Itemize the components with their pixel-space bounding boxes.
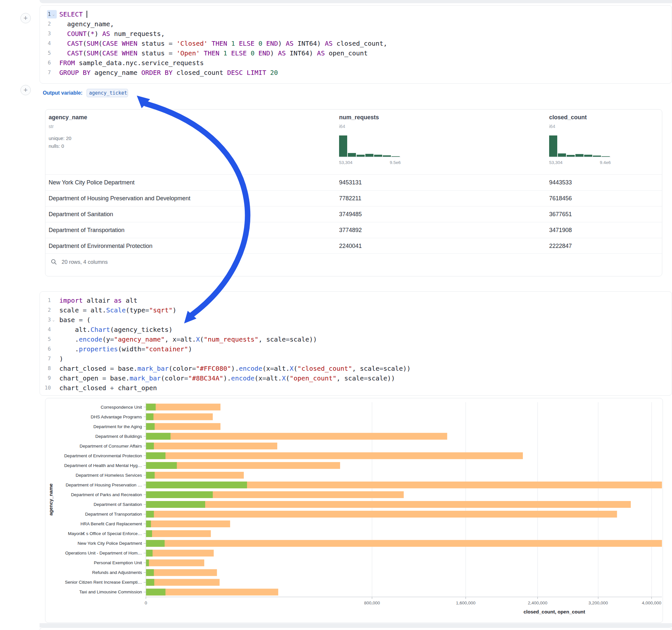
- line-number-gutter: 5: [42, 48, 57, 58]
- table-cell: Department of Environmental Protection: [49, 238, 152, 254]
- line-number: 9: [48, 373, 51, 383]
- line-number: 3: [48, 29, 51, 39]
- y-axis-category-label: Department of Homeless Services: [75, 473, 142, 478]
- line-number: 1: [48, 295, 51, 305]
- code-line[interactable]: 5 .encode(y="agency_name", x=alt.X("num_…: [42, 335, 672, 344]
- code-line[interactable]: 8chart_closed = base.mark_bar(color="#FF…: [42, 364, 672, 373]
- table-cell: 7782211: [339, 191, 361, 207]
- line-number-gutter: 6: [42, 58, 57, 68]
- text-cursor: [87, 11, 87, 18]
- y-axis-category-label: Operations Unit - Department of Hom…: [65, 551, 142, 555]
- bar-open-count: [146, 482, 247, 488]
- y-axis-category-label: Correspondence Unit: [100, 405, 142, 410]
- x-axis-title: closed_count, open_count: [524, 609, 585, 614]
- line-number: 3: [48, 315, 51, 325]
- y-axis-category-label: Department of Buildings: [95, 434, 142, 439]
- column-stat: unique: 20: [49, 136, 71, 141]
- bar-closed-count: [146, 579, 219, 586]
- code-line[interactable]: 7GROUP BY agency_name ORDER BY closed_co…: [42, 68, 672, 77]
- code-line[interactable]: 6 .properties(width="container"): [42, 344, 672, 354]
- line-number: 7: [48, 354, 51, 364]
- line-number: 6: [48, 344, 51, 354]
- table-row: Department of Housing Preservation and D…: [45, 190, 662, 206]
- bar-open-count: [146, 520, 151, 527]
- python-code-editor[interactable]: 1import altair as alt2scale = alt.Scale(…: [40, 291, 672, 396]
- code-line[interactable]: 9chart_open = base.mark_bar(color="#8BC3…: [42, 373, 672, 383]
- line-number-gutter: 1⌄: [42, 9, 57, 19]
- code-line[interactable]: 3⌄base = (: [42, 315, 672, 325]
- next-cell-gap: [40, 623, 672, 627]
- code-line[interactable]: 10chart_closed + chart_open: [42, 383, 672, 393]
- table-row: New York City Police Department945313194…: [45, 174, 662, 190]
- code-line[interactable]: 2 agency_name,: [42, 19, 672, 29]
- bar-closed-count: [146, 588, 278, 595]
- bar-open-count: [146, 433, 170, 440]
- table-cell: 3774892: [339, 222, 362, 238]
- column-header[interactable]: agency_name: [49, 114, 87, 121]
- y-axis-category-label: HRA Benefit Card Replacement: [80, 522, 142, 526]
- fold-chevron-icon[interactable]: ⌄: [51, 315, 56, 325]
- code-line[interactable]: 2scale = alt.Scale(type="sqrt"): [42, 305, 672, 315]
- code-line[interactable]: 3 COUNT(*) AS num_requests,: [42, 29, 672, 39]
- line-number-gutter: 1: [42, 295, 57, 305]
- column-header[interactable]: closed_count: [549, 114, 587, 121]
- column-header[interactable]: num_requests: [339, 114, 379, 121]
- line-number: 2: [48, 19, 51, 29]
- y-axis-category-label: Department of Consumer Affairs: [79, 444, 142, 449]
- line-number-gutter: 2: [42, 19, 57, 29]
- bar-open-count: [146, 443, 154, 450]
- table-cell: 2240041: [339, 238, 362, 254]
- bar-open-count: [146, 413, 153, 420]
- add-cell-button-top[interactable]: +: [20, 13, 31, 23]
- line-number-gutter: 8: [42, 364, 57, 373]
- line-number-gutter: 5: [42, 335, 57, 344]
- table-cell: 3749485: [339, 207, 362, 222]
- table-cell: New York City Police Department: [49, 175, 135, 191]
- fold-chevron-icon[interactable]: ⌄: [51, 9, 56, 19]
- svg-text:53,304: 53,304: [339, 160, 353, 165]
- y-axis-category-label: DHS Advantage Programs: [91, 414, 142, 419]
- search-icon[interactable]: [51, 259, 57, 265]
- line-number-gutter: 3⌄: [42, 315, 57, 325]
- svg-text:9.5e6: 9.5e6: [390, 160, 401, 165]
- code-line[interactable]: 4 alt.Chart(agency_tickets): [42, 325, 672, 335]
- table-row: Department of Transportation377489234719…: [45, 222, 662, 238]
- notebook-canvas: + + 1⌄SELECT 2 agency_name,3 COUNT(*) AS…: [0, 0, 672, 630]
- line-number-gutter: 7: [42, 354, 57, 364]
- svg-text:4,000,000: 4,000,000: [642, 601, 661, 605]
- bar-closed-count: [146, 511, 617, 517]
- line-number-gutter: 10: [42, 383, 57, 393]
- y-axis-category-label: Department of Parks and Recreation: [71, 492, 142, 497]
- y-axis-category-label: Department of Housing Preservation …: [66, 483, 142, 487]
- add-cell-button-output[interactable]: +: [20, 85, 31, 95]
- svg-text:2,400,000: 2,400,000: [528, 601, 547, 605]
- code-line[interactable]: 4 CAST(SUM(CASE WHEN status = 'Closed' T…: [42, 39, 672, 48]
- y-axis-category-label: Department of Health and Mental Hyg…: [64, 463, 142, 468]
- bar-closed-count: [146, 540, 662, 547]
- code-line[interactable]: 7): [42, 354, 672, 364]
- column-histogram: 53,3049.4e6: [549, 134, 611, 167]
- altair-chart-output[interactable]: 0800,0001,600,0002,400,0003,200,0004,000…: [45, 398, 663, 623]
- column-histogram: 53,3049.5e6: [339, 134, 401, 167]
- table-cell: 9443533: [549, 175, 572, 191]
- bar-open-count: [146, 559, 149, 566]
- line-number-gutter: 4: [42, 325, 57, 335]
- bar-closed-count: [146, 443, 277, 450]
- svg-text:3,200,000: 3,200,000: [589, 601, 608, 605]
- code-line[interactable]: 1⌄SELECT: [42, 9, 672, 19]
- table-row-count: 20 rows, 4 columns: [62, 259, 107, 265]
- bar-open-count: [146, 511, 154, 517]
- line-number: 4: [48, 325, 51, 335]
- sql-code-editor[interactable]: 1⌄SELECT 2 agency_name,3 COUNT(*) AS num…: [40, 5, 672, 83]
- y-axis-category-label: Taxi and Limousine Commission: [79, 589, 142, 595]
- code-line[interactable]: 1import altair as alt: [42, 295, 672, 305]
- bar-open-count: [146, 579, 154, 586]
- y-axis-category-label: Senior Citizen Rent Increase Exempti…: [65, 580, 142, 585]
- code-line[interactable]: 6FROM sample_data.nyc.service_requests: [42, 58, 672, 68]
- bar-closed-count: [146, 472, 244, 479]
- bar-open-count: [146, 453, 165, 459]
- output-variable-badge[interactable]: agency_tickets: [87, 89, 128, 97]
- svg-text:0: 0: [145, 601, 147, 605]
- bar-closed-count: [146, 423, 220, 430]
- code-line[interactable]: 5 CAST(SUM(CASE WHEN status = 'Open' THE…: [42, 48, 672, 58]
